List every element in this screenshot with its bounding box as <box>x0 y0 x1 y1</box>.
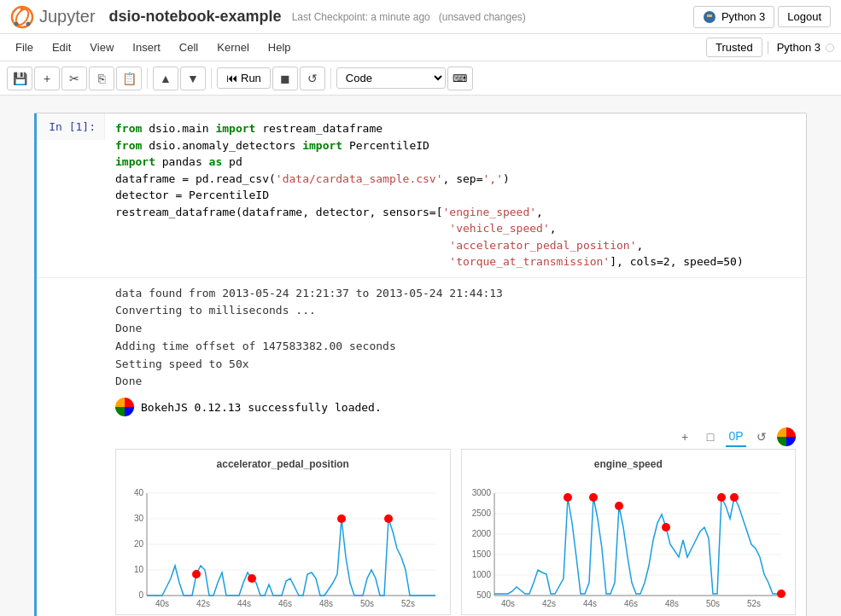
chart-engine-speed: engine_speed 500 1000 1500 2000 2500 300… <box>461 449 797 615</box>
separator-2 <box>211 68 212 89</box>
svg-point-18 <box>192 570 201 578</box>
svg-text:42s: 42s <box>541 599 555 608</box>
svg-text:44s: 44s <box>582 599 596 608</box>
svg-point-45 <box>615 502 623 510</box>
header: Jupyter dsio-notebook-example Last Check… <box>0 0 841 34</box>
menu-file[interactable]: File <box>7 38 42 57</box>
chart-engine-svg: 500 1000 1500 2000 2500 3000 <box>465 472 790 608</box>
bokeh-loaded-text: BokehJS 0.12.13 successfully loaded. <box>141 401 382 414</box>
svg-point-20 <box>337 514 346 523</box>
cut-button[interactable]: ✂ <box>61 67 87 90</box>
kernel-status-circle <box>826 44 834 52</box>
cell-code[interactable]: from dsio.main import restream_dataframe… <box>105 113 806 277</box>
svg-text:10: 10 <box>134 565 144 574</box>
separator-3 <box>330 68 331 89</box>
svg-point-43 <box>564 493 572 502</box>
menu-help[interactable]: Help <box>260 38 300 57</box>
chart-accelerator: accelerator_pedal_position 0 10 20 30 40 <box>115 449 451 615</box>
notebook-title[interactable]: dsio-notebook-example <box>109 8 282 26</box>
checkpoint-text: Last Checkpoint: a minute ago (unsaved c… <box>292 11 526 23</box>
svg-text:30: 30 <box>134 514 144 523</box>
logout-button[interactable]: Logout <box>778 6 831 27</box>
svg-point-44 <box>589 493 598 502</box>
svg-text:2500: 2500 <box>471 508 491 518</box>
menu-kernel[interactable]: Kernel <box>208 38 258 57</box>
svg-text:20: 20 <box>134 539 144 549</box>
svg-text:48s: 48s <box>664 599 678 608</box>
restart-button[interactable]: ↺ <box>300 67 325 90</box>
run-icon: ⏮ <box>226 72 237 84</box>
svg-text:48s: 48s <box>319 599 333 608</box>
run-button[interactable]: ⏮ Run <box>217 67 271 89</box>
svg-text:52s: 52s <box>746 599 760 608</box>
save-button[interactable]: 💾 <box>7 67 32 90</box>
bokeh-loaded-area: BokehJS 0.12.13 successfully loaded. <box>105 391 806 423</box>
chart-tool-box-select[interactable]: □ <box>700 427 721 447</box>
svg-point-2 <box>20 6 25 10</box>
cell-input: In [1]: from dsio.main import restream_d… <box>37 113 806 277</box>
svg-point-4 <box>15 21 19 26</box>
trusted-button[interactable]: Trusted <box>706 38 762 57</box>
menu-cell[interactable]: Cell <box>171 38 207 57</box>
menubar: File Edit View Insert Cell Kernel Help T… <box>0 34 841 61</box>
kernel-info: Python 3 <box>768 41 834 54</box>
menu-view[interactable]: View <box>81 38 122 57</box>
svg-text:46s: 46s <box>278 599 292 608</box>
chart-tool-pan[interactable]: + <box>675 427 695 447</box>
chart-engine-title: engine_speed <box>465 453 792 472</box>
chart-tool-bokeh-logo[interactable] <box>777 427 796 446</box>
svg-text:52s: 52s <box>401 599 415 608</box>
stop-button[interactable]: ◼ <box>272 67 298 90</box>
svg-text:1000: 1000 <box>471 570 491 579</box>
svg-text:3000: 3000 <box>471 488 491 497</box>
add-cell-button[interactable]: + <box>34 67 60 90</box>
move-down-button[interactable]: ▼ <box>180 67 206 90</box>
chart-accelerator-title: accelerator_pedal_position <box>120 453 447 472</box>
svg-point-3 <box>26 21 31 26</box>
svg-text:500: 500 <box>476 590 491 600</box>
chart-accelerator-svg: 0 10 20 30 40 <box>120 472 444 608</box>
svg-point-47 <box>717 493 726 502</box>
svg-point-46 <box>662 523 670 532</box>
svg-text:50s: 50s <box>360 599 374 608</box>
svg-text:44s: 44s <box>237 599 251 608</box>
svg-text:40s: 40s <box>155 599 169 608</box>
main-content: In [1]: from dsio.main import restream_d… <box>0 96 841 616</box>
bokeh-icon <box>115 398 134 416</box>
menu-insert[interactable]: Insert <box>124 38 169 57</box>
charts-area: accelerator_pedal_position 0 10 20 30 40 <box>105 449 806 616</box>
svg-point-19 <box>248 574 256 583</box>
cell-output: data found from 2013-05-24 21:21:37 to 2… <box>37 277 806 617</box>
svg-text:42s: 42s <box>196 599 210 608</box>
menu-edit[interactable]: Edit <box>44 38 79 57</box>
svg-text:50s: 50s <box>705 599 719 608</box>
chart-toolbar: + □ 0P ↺ <box>105 423 806 449</box>
copy-button[interactable]: ⎘ <box>89 67 114 90</box>
code-cell-1: In [1]: from dsio.main import restream_d… <box>34 113 807 616</box>
cell-prompt: In [1]: <box>37 113 105 140</box>
jupyter-logo-icon <box>10 5 34 29</box>
separator-1 <box>147 68 148 89</box>
svg-text:46s: 46s <box>623 599 637 608</box>
output-text: data found from 2013-05-24 21:21:37 to 2… <box>105 285 806 392</box>
svg-text:40s: 40s <box>500 599 514 608</box>
chart-tool-0p[interactable]: 0P <box>726 427 746 447</box>
cell-type-select[interactable]: Code Markdown Raw NBConvert Heading <box>336 67 446 89</box>
toolbar: 💾 + ✂ ⎘ 📋 ▲ ▼ ⏮ Run ◼ ↺ Code Markdown Ra… <box>0 61 841 96</box>
keyboard-shortcuts-button[interactable]: ⌨ <box>447 67 473 90</box>
svg-point-49 <box>777 590 786 598</box>
paste-button[interactable]: 📋 <box>116 67 142 90</box>
svg-text:2000: 2000 <box>471 529 491 538</box>
svg-text:40: 40 <box>134 488 144 497</box>
svg-text:1500: 1500 <box>471 549 491 559</box>
svg-point-21 <box>384 514 393 523</box>
jupyter-logo: Jupyter <box>10 5 96 29</box>
jupyter-text: Jupyter <box>39 7 96 26</box>
svg-text:0: 0 <box>138 590 143 600</box>
python-kernel-button[interactable]: Python 3 <box>693 6 774 28</box>
svg-point-48 <box>730 493 739 502</box>
chart-tool-reset[interactable]: ↺ <box>751 427 772 447</box>
python-icon <box>703 10 716 24</box>
move-up-button[interactable]: ▲ <box>153 67 178 90</box>
